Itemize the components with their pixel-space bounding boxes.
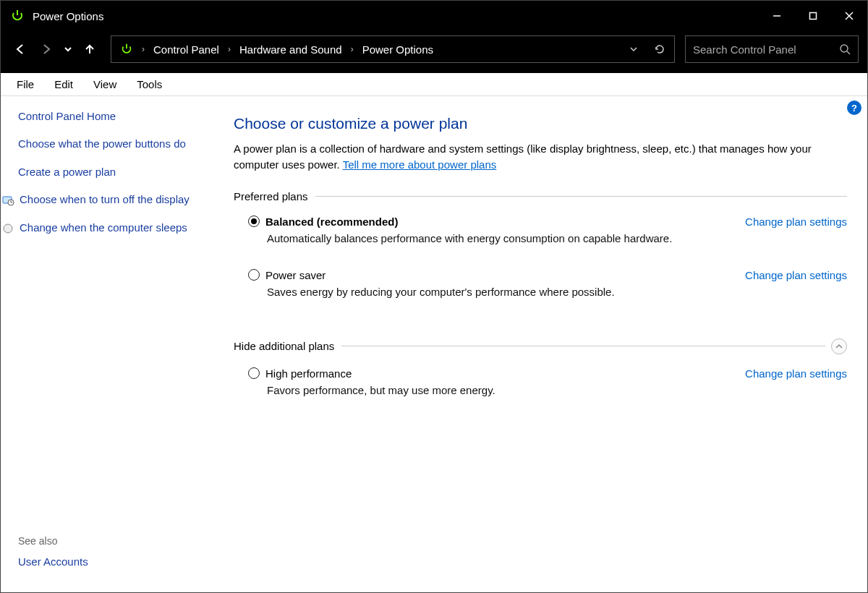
recent-locations-dropdown[interactable] (61, 37, 75, 61)
plan-name[interactable]: High performance (265, 367, 352, 380)
window-root: Power Options (0, 0, 868, 593)
moon-icon (1, 221, 15, 236)
search-input[interactable]: Search Control Panel (685, 35, 859, 63)
sidebar-link-user-accounts[interactable]: User Accounts (18, 555, 203, 568)
breadcrumb-item[interactable]: Power Options (357, 43, 439, 56)
svg-rect-5 (126, 44, 127, 48)
search-icon (839, 43, 851, 55)
chevron-right-icon[interactable]: › (348, 44, 357, 54)
plan-description: Favors performance, but may use more ene… (267, 384, 847, 396)
sidebar-link-power-buttons[interactable]: Choose what the power buttons do (18, 137, 203, 151)
chevron-right-icon[interactable]: › (225, 44, 234, 54)
address-bar[interactable]: › Control Panel › Hardware and Sound › P… (111, 35, 675, 63)
address-icon (119, 41, 135, 57)
content-area: ? Control Panel Home Choose what the pow… (1, 96, 867, 592)
page-description: A power plan is a collection of hardware… (234, 141, 847, 173)
svg-point-12 (4, 224, 12, 233)
maximize-button[interactable] (795, 1, 831, 31)
display-timer-icon (1, 193, 15, 208)
search-placeholder: Search Control Panel (693, 43, 796, 56)
svg-line-7 (847, 51, 850, 54)
plan-description: Saves energy by reducing your computer's… (267, 286, 847, 298)
forward-button[interactable] (35, 37, 57, 61)
svg-rect-0 (17, 10, 18, 15)
close-button[interactable] (831, 1, 867, 31)
legend-preferred: Preferred plans (234, 190, 847, 202)
refresh-button[interactable] (648, 38, 671, 60)
menu-view[interactable]: View (85, 75, 125, 93)
sidebar: Control Panel Home Choose what the power… (1, 96, 218, 592)
nav-toolbar: › Control Panel › Hardware and Sound › P… (1, 31, 867, 73)
menu-edit[interactable]: Edit (46, 75, 82, 93)
legend-additional: Hide additional plans (234, 338, 847, 354)
plan-description: Automatically balances performance with … (267, 232, 847, 244)
svg-rect-2 (810, 13, 817, 20)
description-text: A power plan is a collection of hardware… (234, 142, 812, 171)
plan-name[interactable]: Balanced (recommended) (265, 216, 398, 228)
titlebar: Power Options (1, 1, 867, 31)
divider (341, 346, 825, 346)
sidebar-link-create-plan[interactable]: Create a power plan (18, 165, 203, 179)
radio-power-saver[interactable] (248, 269, 260, 281)
up-button[interactable] (79, 37, 101, 61)
legend-preferred-label: Preferred plans (234, 190, 315, 202)
plan-name[interactable]: Power saver (265, 269, 326, 281)
plan-power-saver: Power saver Change plan settings Saves e… (234, 263, 847, 317)
main-panel: Choose or customize a power plan A power… (218, 96, 867, 592)
change-plan-settings-link[interactable]: Change plan settings (745, 367, 847, 380)
sidebar-link-home[interactable]: Control Panel Home (18, 109, 203, 124)
page-title: Choose or customize a power plan (234, 115, 847, 132)
svg-point-6 (841, 45, 848, 52)
sidebar-link-display-off[interactable]: Choose when to turn off the display (20, 192, 190, 207)
see-also-heading: See also (18, 535, 203, 547)
divider (315, 196, 847, 197)
help-icon[interactable]: ? (847, 101, 861, 115)
menu-file[interactable]: File (8, 75, 43, 93)
legend-additional-label: Hide additional plans (234, 340, 341, 352)
plan-balanced: Balanced (recommended) Change plan setti… (234, 210, 847, 263)
window-controls (759, 1, 867, 31)
menubar: File Edit View Tools (1, 73, 867, 96)
plan-high-performance: High performance Change plan settings Fa… (234, 362, 847, 415)
radio-balanced[interactable] (248, 216, 260, 227)
radio-high-performance[interactable] (248, 367, 260, 379)
breadcrumb-item[interactable]: Hardware and Sound (234, 43, 348, 56)
app-icon (9, 8, 25, 24)
change-plan-settings-link[interactable]: Change plan settings (745, 269, 847, 281)
chevron-right-icon[interactable]: › (139, 44, 148, 54)
minimize-button[interactable] (759, 1, 795, 31)
sidebar-link-sleep[interactable]: Change when the computer sleeps (20, 221, 187, 235)
description-link[interactable]: Tell me more about power plans (343, 158, 497, 171)
change-plan-settings-link[interactable]: Change plan settings (745, 216, 847, 228)
back-button[interactable] (9, 37, 31, 61)
menu-tools[interactable]: Tools (128, 75, 171, 93)
breadcrumb-item[interactable]: Control Panel (148, 43, 225, 56)
window-title: Power Options (33, 10, 103, 22)
address-dropdown[interactable] (622, 38, 645, 60)
collapse-toggle[interactable] (831, 338, 847, 354)
